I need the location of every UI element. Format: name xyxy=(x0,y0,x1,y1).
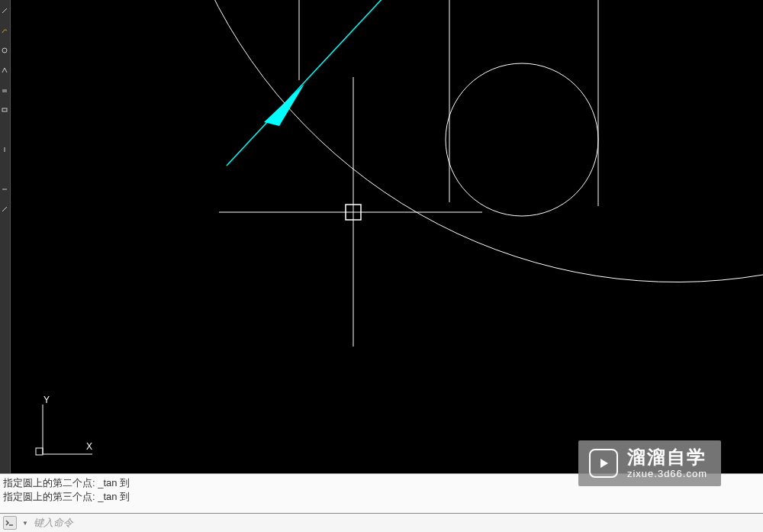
canvas-svg: Y X xyxy=(11,0,763,473)
tool-icon[interactable] xyxy=(0,2,9,20)
drawing-circle xyxy=(446,63,598,216)
command-dropdown-icon[interactable]: ▼ xyxy=(21,519,29,527)
tool-icon[interactable] xyxy=(0,180,9,198)
svg-line-0 xyxy=(2,8,7,13)
tool-icon[interactable] xyxy=(0,140,9,159)
tool-icon[interactable] xyxy=(0,61,9,79)
tool-icon[interactable] xyxy=(0,101,9,119)
drawing-arc xyxy=(209,0,763,282)
svg-line-7 xyxy=(2,207,7,211)
svg-marker-12 xyxy=(600,459,608,468)
tool-icon[interactable] xyxy=(0,121,9,139)
watermark-title: 溜溜自学 xyxy=(627,447,707,469)
tool-icon[interactable] xyxy=(0,81,9,99)
command-input-placeholder[interactable]: 键入命令 xyxy=(34,516,73,530)
drawing-cyan-line xyxy=(227,0,385,166)
tool-icon[interactable] xyxy=(0,41,9,60)
svg-rect-4 xyxy=(2,108,7,111)
play-icon xyxy=(589,449,618,478)
arrow-icon xyxy=(264,84,304,126)
toolbar-left xyxy=(0,0,11,473)
command-input-bar[interactable]: ▼ 键入命令 xyxy=(0,513,763,532)
svg-point-1 xyxy=(2,48,7,53)
watermark: 溜溜自学 zixue.3d66.com xyxy=(578,440,721,486)
ucs-y-label: Y xyxy=(43,395,50,405)
tool-icon[interactable] xyxy=(0,21,9,40)
command-prompt-icon[interactable] xyxy=(3,516,17,530)
watermark-url: zixue.3d66.com xyxy=(627,468,707,480)
ucs-indicator: Y X xyxy=(36,395,92,455)
command-history-line: 指定圆上的第三个点: _tan 到 xyxy=(3,490,760,504)
ucs-x-label: X xyxy=(86,441,92,452)
drawing-canvas[interactable]: Y X xyxy=(11,0,763,473)
svg-rect-10 xyxy=(36,448,43,455)
tool-icon[interactable] xyxy=(0,160,9,179)
tool-icon[interactable] xyxy=(0,200,9,218)
